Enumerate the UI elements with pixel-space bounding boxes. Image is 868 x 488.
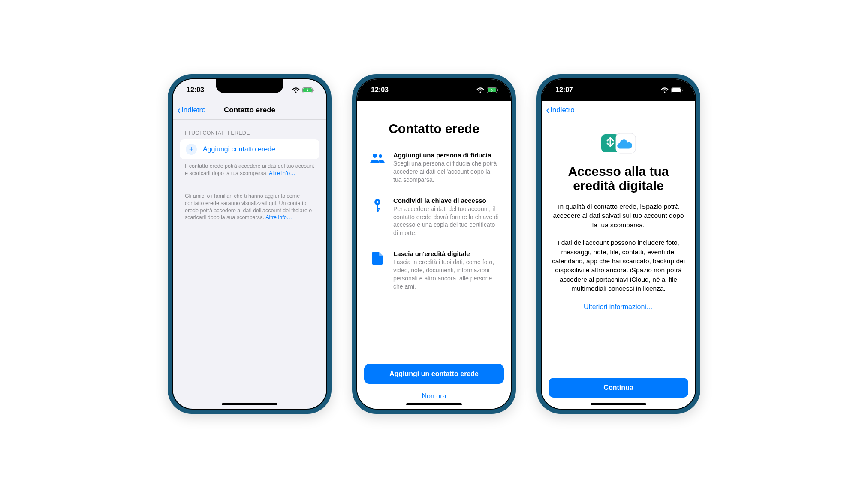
battery-icon xyxy=(671,87,683,93)
footer1-more-link[interactable]: Altre info… xyxy=(269,170,295,176)
svg-point-4 xyxy=(373,154,377,158)
onb-item-share-key: Condividi la chiave di accesso Per acced… xyxy=(369,197,499,238)
add-contact-button[interactable]: Aggiungi un contatto erede xyxy=(364,364,504,384)
people-icon xyxy=(369,151,386,184)
wifi-icon xyxy=(476,87,484,93)
battery-charge-icon xyxy=(487,87,499,93)
title-line2: eredità digitale xyxy=(573,178,664,193)
plus-icon: + xyxy=(186,144,197,155)
phone-inner: 12:03 Contatto erede Aggiungi una person… xyxy=(356,78,512,410)
svg-rect-9 xyxy=(377,208,380,210)
status-icons xyxy=(661,87,683,93)
screen-settings: 12:03 ‹ Indietro Contatto erede I TUOI C… xyxy=(173,79,326,409)
onb-text: Lascia un'eredità digitale Lascia in ere… xyxy=(393,250,499,291)
notch xyxy=(400,79,468,93)
not-now-link[interactable]: Non ora xyxy=(364,389,504,403)
phone-inner: 12:07 ‹ Indietro xyxy=(541,78,696,410)
onb-heading: Condividi la chiave di accesso xyxy=(393,197,499,204)
status-time: 12:07 xyxy=(555,86,573,94)
back-button[interactable]: ‹ Indietro xyxy=(177,105,206,115)
settings-content[interactable]: I TUOI CONTATTI EREDE + Aggiungi contatt… xyxy=(173,120,326,409)
transfer-icloud-icon xyxy=(601,132,636,155)
access-para2: I dati dell'account possono includere fo… xyxy=(542,238,695,293)
home-indicator[interactable] xyxy=(222,403,277,405)
onb-body: Scegli una persona di fiducia che potrà … xyxy=(393,160,499,184)
wifi-icon xyxy=(292,87,300,93)
onb-item-trusted-person: Aggiungi una persona di fiducia Scegli u… xyxy=(369,151,499,184)
wifi-icon xyxy=(661,87,669,93)
chevron-left-icon: ‹ xyxy=(177,105,181,115)
document-icon xyxy=(369,250,386,291)
notch xyxy=(216,79,283,93)
notch xyxy=(585,79,652,93)
screen-access-legacy: 12:07 ‹ Indietro xyxy=(542,79,695,409)
svg-point-5 xyxy=(379,154,382,158)
back-button[interactable]: ‹ Indietro xyxy=(546,105,575,115)
nav-title: Contatto erede xyxy=(224,106,275,114)
title-line1: Accesso alla tua xyxy=(568,164,669,178)
back-label: Indietro xyxy=(550,106,575,114)
onb-body: Lascia in eredità i tuoi dati, come foto… xyxy=(393,258,499,291)
add-legacy-contact-cell[interactable]: + Aggiungi contatto erede xyxy=(180,139,319,159)
add-legacy-contact-label: Aggiungi contatto erede xyxy=(203,145,275,153)
battery-charge-icon xyxy=(302,87,314,93)
svg-point-7 xyxy=(377,201,379,203)
key-icon xyxy=(369,197,386,238)
screen-onboarding: 12:03 Contatto erede Aggiungi una person… xyxy=(357,79,511,409)
svg-rect-10 xyxy=(377,210,379,212)
phone-inner: 12:03 ‹ Indietro Contatto erede I TUOI C… xyxy=(172,78,327,410)
footer2-body: Gli amici o i familiari che ti hanno agg… xyxy=(185,193,312,221)
back-label: Indietro xyxy=(181,106,206,114)
phone-frame-3: 12:07 ‹ Indietro xyxy=(536,74,700,414)
section-header: I TUOI CONTATTI EREDE xyxy=(180,122,319,139)
footer-text-2: Gli amici o i familiari che ti hanno agg… xyxy=(180,189,319,222)
continue-button[interactable]: Continua xyxy=(549,378,688,398)
status-icons xyxy=(292,87,314,93)
chevron-left-icon: ‹ xyxy=(546,105,549,115)
more-info-link[interactable]: Ulteriori informazioni… xyxy=(542,303,695,311)
status-time: 12:03 xyxy=(371,86,389,94)
access-title: Accesso alla tua eredità digitale xyxy=(542,164,695,193)
access-para1: In qualità di contatto erede, iSpazio po… xyxy=(542,202,695,229)
onb-heading: Aggiungi una persona di fiducia xyxy=(393,151,499,159)
onboarding-list: Aggiungi una persona di fiducia Scegli u… xyxy=(357,151,511,304)
onb-text: Condividi la chiave di accesso Per acced… xyxy=(393,197,499,238)
svg-rect-12 xyxy=(672,88,681,92)
onb-body: Per accedere ai dati del tuo account, il… xyxy=(393,205,499,238)
footer-text-1: Il contatto erede potrà accedere ai dati… xyxy=(180,159,319,177)
nav-bar: ‹ Indietro Contatto erede xyxy=(173,101,326,120)
footer2-more-link[interactable]: Altre info… xyxy=(265,214,292,220)
onboarding-title: Contatto erede xyxy=(357,121,511,136)
home-indicator[interactable] xyxy=(406,403,462,405)
hero-icon-group xyxy=(542,132,695,155)
onboarding-footer: Aggiungi un contatto erede Non ora xyxy=(357,364,511,409)
status-time: 12:03 xyxy=(187,86,204,94)
phone-frame-1: 12:03 ‹ Indietro Contatto erede I TUOI C… xyxy=(168,74,332,414)
nav-bar: ‹ Indietro xyxy=(542,101,695,120)
home-indicator[interactable] xyxy=(591,403,646,405)
status-icons xyxy=(476,87,499,93)
phone-frame-2: 12:03 Contatto erede Aggiungi una person… xyxy=(352,74,516,414)
onb-item-digital-legacy: Lascia un'eredità digitale Lascia in ere… xyxy=(369,250,499,291)
onb-heading: Lascia un'eredità digitale xyxy=(393,250,499,257)
onb-text: Aggiungi una persona di fiducia Scegli u… xyxy=(393,151,499,184)
